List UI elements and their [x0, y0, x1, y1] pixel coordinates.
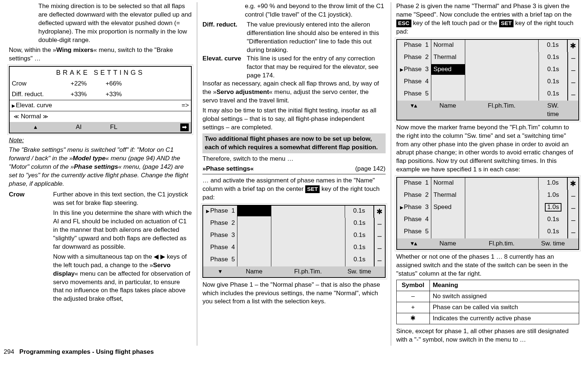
phase-row: Phase 3 0.1s– — [203, 230, 385, 242]
phase-row: Phase 3Speed 1.0s– — [397, 202, 578, 214]
phase-row: Phase 5 0.1s– — [203, 254, 385, 266]
servo-adjust-text: Insofar as necessary, again check all fl… — [202, 80, 385, 105]
activate-names-text: … and activate the assignment of phase n… — [202, 177, 385, 202]
phase-settings-menu-line: »Phase settings« (page 142) — [202, 165, 385, 174]
note-body: The "Brake settings" menu is switched "o… — [9, 146, 192, 188]
crow-block: Crow Further above in this text section,… — [9, 191, 192, 305]
elevat-curve-block: Elevat. curve This line is used for the … — [202, 55, 385, 80]
switching-time-text: Now move the marker frame beyond the "Fl… — [396, 123, 579, 174]
brake-settings-title: BRAKE SETTINGS — [10, 67, 191, 78]
phase-row: Phase 2Thermal 0.1s– — [397, 52, 578, 64]
highlight-band: Two additional flight phases are now to … — [202, 133, 385, 153]
mixing-direction-text: The mixing direction is to be selected s… — [38, 2, 192, 45]
select-arrow-icon — [206, 207, 210, 214]
phase-row: Phase 5 0.1s– — [397, 226, 578, 238]
brake-normal-row: ≪ Normal ≫ — [10, 111, 191, 122]
phase-table-swtime: Phase 1Normal 1.0s✱Phase 2Thermal 1.0s–P… — [396, 177, 579, 250]
note-header: Note: — [9, 136, 192, 145]
symbol-row: ✱Indicates the currently active phase — [396, 313, 579, 324]
idle-travel-text: e.g. +90 % and beyond to the throw limit… — [245, 2, 385, 19]
therefore-text: Therefore, switch to the menu … — [202, 155, 385, 163]
column-2: e.g. +90 % and beyond to the throw limit… — [197, 2, 391, 346]
phase-table-footer: ▾▴NameFl.ph.tim.Sw. time — [397, 238, 578, 249]
switch-menu-text: Since, except for phase 1, all other pha… — [396, 327, 579, 344]
up-arrow-icon: ▴ — [34, 123, 37, 130]
give-phase1-text: Now give Phase 1 – the "Normal phase" – … — [202, 281, 385, 306]
set-key-2: SET — [499, 20, 514, 27]
column-3: Phase 2 is given the name "Thermal" and … — [391, 2, 584, 346]
phase-table-footer: ▾NameFl.ph.Tim.Sw. time — [203, 266, 385, 277]
phase-row: Phase 1Normal 1.0s✱ — [397, 178, 578, 190]
esc-key: ESC — [396, 20, 411, 27]
phase-row: Phase 3Speed 0.1s– — [397, 64, 578, 76]
crow-p2: In this line you determine the share wit… — [53, 209, 192, 251]
phase-row: Phase 5 0.1s– — [397, 88, 578, 101]
brake-settings-table: BRAKE SETTINGS Crow +22% +66% Diff. redu… — [9, 66, 192, 133]
symbol-meaning-table: SymbolMeaning –No switch assigned+Phase … — [396, 280, 579, 324]
phase-row: Phase 2Thermal 1.0s– — [397, 190, 578, 202]
status-column-text: Whether or not one of the phases 1 … 8 c… — [396, 253, 579, 278]
phase-naming-text: Phase 2 is given the name "Thermal" and … — [396, 2, 579, 36]
chevrons-left-icon: ≪ — [14, 114, 19, 119]
phase-row: Phase 1 0.1s✱ — [203, 206, 385, 218]
brake-footer: ▴ AI FL ➡ — [10, 122, 191, 133]
chevrons-right-icon: ≫ — [43, 114, 48, 119]
column-1: The mixing direction is to be selected s… — [4, 2, 197, 346]
phase-row: Phase 4 0.1s– — [397, 214, 578, 226]
right-arrow-key-icon: ➡ — [180, 123, 189, 131]
down-up-arrow-icon: ▾▴ — [411, 102, 417, 109]
phase-table-footer: ▾▴NameFl.ph.Tim.SW. time — [397, 101, 578, 120]
wing-mixers-lead: Now, within the »Wing mixers« menu, swit… — [9, 46, 192, 63]
phase-row: Phase 4 0.1s– — [203, 242, 385, 254]
select-arrow-icon — [400, 66, 404, 73]
phase-row: Phase 4 0.1s– — [397, 76, 578, 88]
phase-row: Phase 1Normal 0.1s✱ — [397, 40, 578, 52]
symbol-row: –No switch assigned — [396, 291, 579, 302]
flight-testing-text: It may also be time to start the initial… — [202, 107, 385, 132]
page-footer: 294 Programming examples - Using flight … — [4, 346, 584, 356]
diff-reduct-block: Diff. reduct. The value previously enter… — [202, 21, 385, 55]
phase-table-blank: Phase 1 0.1s✱Phase 2 0.1s–Phase 3 0.1s–P… — [202, 205, 385, 278]
phase-row: Phase 2 0.1s– — [203, 218, 385, 230]
set-key: SET — [305, 185, 320, 193]
select-arrow-icon — [12, 102, 16, 109]
down-up-arrow-icon: ▾ — [219, 268, 222, 275]
symbol-row: +Phase can be called via switch — [396, 302, 579, 313]
select-arrow-icon — [400, 203, 404, 210]
crow-p1: Further above in this text section, the … — [53, 191, 192, 207]
brake-row-diff: Diff. reduct. +33% +33% — [10, 89, 191, 100]
brake-row-crow: Crow +22% +66% — [10, 78, 191, 89]
down-up-arrow-icon: ▾▴ — [411, 240, 417, 247]
brake-elevat-row: Elevat. curve => — [10, 100, 191, 111]
crow-p3: Now with a simultaneous tap on the ◀ ▶ k… — [53, 253, 192, 304]
phase-table-named: Phase 1Normal 0.1s✱Phase 2Thermal 0.1s–P… — [396, 39, 579, 121]
